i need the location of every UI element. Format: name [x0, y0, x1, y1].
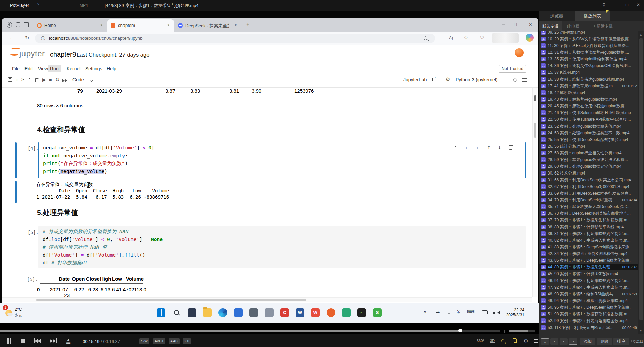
- volume-slider-filled[interactable]: [509, 330, 528, 332]
- not-trusted-button[interactable]: Not Trusted: [499, 65, 526, 73]
- playlist-item[interactable]: MP441. 83 案例：步骤5：DeepSeek赋能模拟回测...: [539, 244, 638, 250]
- volume-icon[interactable]: [497, 311, 500, 314]
- delete-cell-icon[interactable]: [509, 146, 512, 150]
- weather-temp[interactable]: 2°C: [15, 307, 22, 312]
- weather-desc[interactable]: 多云: [15, 313, 22, 318]
- scrollbar-thumb[interactable]: [639, 38, 643, 320]
- close-tab-icon[interactable]: ×: [167, 22, 170, 28]
- store-icon[interactable]: [234, 308, 243, 317]
- vertical-tabs-icon[interactable]: [24, 22, 29, 27]
- favorite-star-icon[interactable]: ☆: [464, 35, 468, 41]
- playlist-item[interactable]: MP425. 55 案例：使用DeepSeek清洗特斯拉.mp4: [539, 136, 638, 143]
- playlist-item[interactable]: MP438. 80 案例：步骤2：计算移动平均线.mp4: [539, 224, 638, 230]
- search-icon[interactable]: [172, 308, 181, 317]
- pin-icon[interactable]: ⚲: [600, 2, 608, 7]
- edge-icon[interactable]: [218, 308, 227, 317]
- browser-essentials-icon[interactable]: ♡: [480, 35, 484, 40]
- scroll-up-icon[interactable]: ▲: [639, 33, 642, 36]
- duplicate-cell-icon[interactable]: [455, 146, 458, 150]
- close-icon[interactable]: ✕: [634, 2, 642, 7]
- previous-button[interactable]: [34, 338, 41, 344]
- start-button[interactable]: [157, 308, 165, 317]
- stop-kernel-icon[interactable]: ■: [49, 77, 52, 82]
- playlist-item[interactable]: MP411. 30 案例：从Excel文件读取货币供应量数...: [539, 42, 638, 49]
- playlist-item[interactable]: MP452. 99 案例：步骤2：封装海龟策略函数.mp4: [539, 317, 638, 324]
- open-file-button[interactable]: ▲▬: [66, 338, 70, 344]
- jupyterlab-link[interactable]: JupyterLab: [403, 77, 427, 82]
- playlist-item[interactable]: MP447. 92 案例：步骤4：生成买入和卖出信号.m...: [539, 284, 638, 291]
- menu-settings[interactable]: Settings: [83, 65, 105, 72]
- pause-button[interactable]: [7, 338, 13, 345]
- code-cell-4[interactable]: negative_volume = df[df['Volume'] < 0]if…: [38, 142, 526, 178]
- playlist-item[interactable]: MP417. 41 案例：爬取苹果gupiao数据.m...00:10:12: [539, 83, 638, 89]
- add-button[interactable]: 添加: [580, 338, 595, 345]
- playlist-item[interactable]: MP451. 98 案例：步骤1：数据获取和准备数据.m...: [539, 311, 638, 317]
- restart-run-all-icon[interactable]: [62, 78, 68, 83]
- playlist-item[interactable]: MP437. 79 案例：步骤1：数据采集和加载数据.m...: [539, 217, 638, 224]
- refresh-icon[interactable]: ↻: [25, 35, 29, 41]
- copy-cell-icon[interactable]: [29, 78, 32, 82]
- app-orange-icon[interactable]: [327, 308, 335, 317]
- playlist-item[interactable]: MP436. 73 案例：DeepSeek预测某城市商业地产...: [539, 210, 638, 217]
- browser-maximize-icon[interactable]: □: [514, 22, 517, 27]
- seekbar-remaining[interactable]: [460, 330, 500, 332]
- playlist-item[interactable]: MP435. 71 案例：猛龙科技获大单DeepSeek提出...: [539, 203, 638, 210]
- playlist-item[interactable]: MP427. 58 案例：gupiao行业相关性分析.mp4: [539, 150, 638, 156]
- wps-icon[interactable]: W: [311, 308, 320, 317]
- cell4-code[interactable]: negative_volume = df[df['Volume'] < 0]if…: [43, 144, 154, 176]
- jupyter-logo-text[interactable]: jupyter: [19, 49, 45, 58]
- app-c-icon[interactable]: C: [280, 308, 289, 317]
- album-new[interactable]: + 新建专辑: [590, 21, 616, 31]
- minimize-icon[interactable]: ─: [611, 2, 620, 7]
- vr-360-icon[interactable]: 360°: [477, 339, 484, 343]
- playlist-item[interactable]: MP429. 60 案例：处理gupiao数据异常值.mp4: [539, 163, 638, 170]
- playlist-item[interactable]: MP449. 94 案例：步骤6：模拟回测验证策略.mp4: [539, 297, 638, 304]
- close-tab-icon[interactable]: ×: [100, 22, 103, 28]
- menu-run[interactable]: Run: [48, 65, 61, 72]
- zoom-page-icon[interactable]: [424, 36, 427, 40]
- move-up-icon[interactable]: ↑: [465, 145, 468, 150]
- playlist-item[interactable]: MP410. 29 案例：从CSV文件读取货币供应量数据...: [539, 36, 638, 42]
- potplayer-menu-button[interactable]: PotPlayer: [10, 3, 29, 8]
- playlist-item[interactable]: MP422. 50 案例：使用Tushare API获取中石油股....: [539, 116, 638, 123]
- menu-kernel[interactable]: Kernel: [64, 65, 83, 72]
- tab-deepseek[interactable]: DeepSeek - 探索未至之境 ×: [175, 19, 241, 32]
- stop-button[interactable]: [21, 339, 25, 343]
- app-gray-icon[interactable]: [265, 308, 274, 317]
- move-down-icon[interactable]: ↓: [476, 145, 479, 150]
- app-slate-icon[interactable]: [249, 308, 258, 317]
- playlist-item[interactable]: MP444. 89 案例：步骤1：数据采集与预...00:16:37: [539, 264, 638, 270]
- 3d-icon[interactable]: 3D: [490, 339, 495, 343]
- playlist-item[interactable]: MP423. 52 案例：处理gupiao数据缺失值.mp4: [539, 123, 638, 130]
- ime-language[interactable]: 英: [456, 309, 461, 315]
- cast-display-icon[interactable]: [482, 310, 488, 314]
- maximize-icon[interactable]: □: [623, 2, 631, 7]
- playlist-toggle-icon[interactable]: [513, 338, 517, 343]
- playlist-item[interactable]: MP418. 42 解析数据.mp4: [539, 89, 638, 96]
- restart-kernel-icon[interactable]: ↻: [55, 77, 60, 83]
- playlist-item[interactable]: MP450. 95 案例：步骤7：DeepSeek辅助优化策略....: [539, 304, 638, 311]
- gear-icon[interactable]: ⚙: [446, 76, 450, 82]
- playlist-item[interactable]: MP442. 84 案例：步骤 6：绘制K线图和信号.mp4: [539, 250, 638, 257]
- cell-type-select[interactable]: Code: [72, 77, 84, 82]
- playlist-item[interactable]: MP445. 90 案例：步骤2：计算RSI指标.mp4: [539, 270, 638, 277]
- playlist-item[interactable]: MP431. 66 案例：利用DeekSeep对某上市公司.mp4: [539, 177, 638, 183]
- playlist-item[interactable]: MP439. 81 案例：步骤3：初始策略规则的制定.m...: [539, 230, 638, 237]
- profile-icon[interactable]: [7, 22, 12, 28]
- menu-help[interactable]: Help: [104, 65, 119, 72]
- add-cell-icon[interactable]: +: [15, 77, 19, 83]
- playlist-item[interactable]: MP432. 67 案例：利用DeekSeep对000001.S.mp4: [539, 183, 638, 190]
- volume-slider-rest[interactable]: [528, 330, 535, 332]
- move-down-icon[interactable]: ▼: [560, 338, 568, 345]
- playlist-item[interactable]: MP453. 118 案例：利用美元与欧元汇率...00:02:49: [539, 324, 638, 331]
- tab-home[interactable]: Home ×: [34, 19, 107, 32]
- back-icon[interactable]: ←: [9, 35, 14, 41]
- app-s-icon[interactable]: S: [373, 308, 382, 317]
- playlist-item[interactable]: MP413. 35 案例：使用Matplotlib绘制英伟达.mp4: [539, 56, 638, 62]
- chevron-down-icon[interactable]: [89, 78, 93, 82]
- file-explorer-icon[interactable]: [203, 308, 212, 317]
- touch-keyboard-icon[interactable]: ⌨: [467, 309, 475, 315]
- settings-gear-icon[interactable]: ⚙: [524, 338, 528, 344]
- playlist-item[interactable]: MP424. 53 案例：处理gupiao数据类型不一致.mp4: [539, 130, 638, 136]
- menu-file[interactable]: File: [10, 65, 22, 72]
